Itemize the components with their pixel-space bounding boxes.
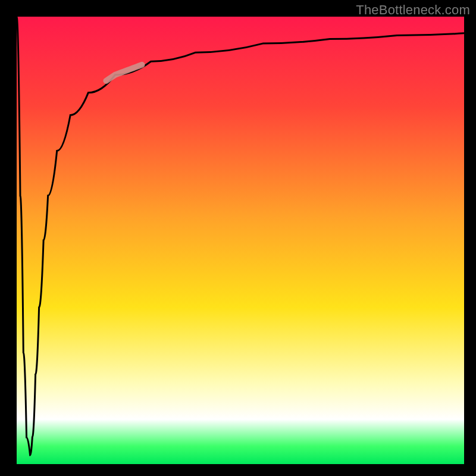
gradient-background [17,17,464,464]
watermark-label: TheBottleneck.com [356,2,470,18]
chart-frame: TheBottleneck.com [0,0,476,476]
bottleneck-chart [17,17,464,464]
